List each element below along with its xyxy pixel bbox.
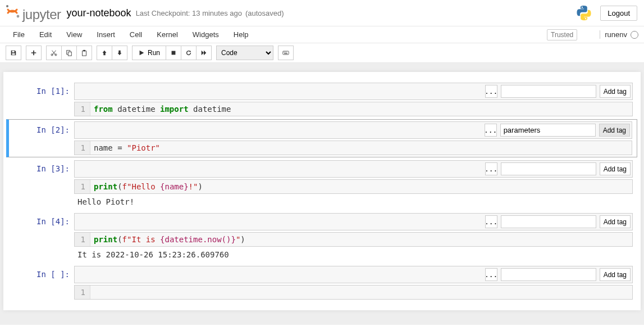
- cell-output: Hello Piotr!: [74, 194, 633, 209]
- code-input[interactable]: 1: [74, 285, 633, 300]
- paste-button[interactable]: [77, 46, 92, 60]
- run-button[interactable]: Run: [132, 46, 166, 60]
- tag-bar: ...Add tag: [74, 121, 632, 139]
- input-prompt: In [1]:: [7, 83, 74, 116]
- line-number: 1: [75, 286, 90, 299]
- svg-rect-12: [286, 52, 287, 53]
- python-icon: [576, 4, 592, 21]
- tag-input[interactable]: [501, 268, 596, 281]
- menu-edit[interactable]: Edit: [32, 27, 59, 42]
- input-prompt: In [ ]:: [7, 266, 74, 300]
- menu-cell[interactable]: Cell: [122, 27, 149, 42]
- tag-input[interactable]: [501, 162, 596, 175]
- cell[interactable]: In [4]:...Add tag1print(f"It is {datetim…: [7, 211, 637, 263]
- copy-button[interactable]: [62, 46, 77, 60]
- kernel-indicator[interactable]: runenv: [600, 30, 638, 39]
- menu-view[interactable]: View: [59, 27, 89, 42]
- tag-input[interactable]: [501, 215, 596, 228]
- add-tag-button[interactable]: Add tag: [599, 124, 630, 137]
- menubar: FileEditViewInsertCellKernelWidgetsHelp …: [0, 26, 644, 43]
- cell-toolbar-more-button[interactable]: ...: [485, 268, 497, 281]
- move-down-button[interactable]: [112, 46, 127, 60]
- tag-bar: ...Add tag: [74, 266, 633, 283]
- svg-rect-6: [83, 51, 86, 56]
- add-tag-button[interactable]: Add tag: [600, 162, 631, 175]
- svg-rect-7: [83, 50, 85, 52]
- menu-insert[interactable]: Insert: [89, 27, 122, 42]
- cell-type-select[interactable]: Code: [216, 46, 273, 60]
- notebook-area: In [1]:...Add tag1from datetime import d…: [0, 63, 644, 325]
- cell-toolbar-more-button[interactable]: ...: [485, 215, 497, 228]
- cell-toolbar-more-button[interactable]: ...: [485, 162, 497, 175]
- tag-input[interactable]: [500, 124, 596, 137]
- command-palette-button[interactable]: [278, 46, 294, 60]
- cell-body: ...Add tag1print(f"Hello {name}!")Hello …: [74, 160, 635, 209]
- code-input[interactable]: 1print(f"Hello {name}!"): [74, 179, 633, 194]
- jupyter-logo[interactable]: jupyter: [4, 3, 61, 22]
- logo-text: jupyter: [22, 7, 61, 22]
- line-number: 1: [75, 233, 90, 246]
- tag-bar: ...Add tag: [74, 213, 633, 230]
- add-tag-button[interactable]: Add tag: [600, 215, 631, 228]
- restart-run-all-button[interactable]: [197, 46, 212, 60]
- logout-button[interactable]: Logout: [600, 6, 637, 21]
- notebook-name[interactable]: your-notebook: [67, 7, 131, 19]
- cell-output: It is 2022-10-26 15:23:26.609760: [74, 247, 633, 261]
- toolbar: Run Code: [0, 43, 644, 63]
- cell-body: ...Add tag1print(f"It is {datetime.now()…: [74, 213, 635, 261]
- svg-rect-13: [284, 53, 287, 54]
- input-prompt: In [4]:: [7, 213, 74, 261]
- code-line: [90, 286, 632, 299]
- input-prompt: In [2]:: [9, 121, 74, 155]
- menu-widgets[interactable]: Widgets: [185, 27, 226, 42]
- menu-help[interactable]: Help: [226, 27, 256, 42]
- header: jupyter your-notebook Last Checkpoint: 1…: [0, 0, 644, 26]
- menu-kernel[interactable]: Kernel: [149, 27, 185, 42]
- line-number: 1: [75, 102, 90, 116]
- cell-toolbar-more-button[interactable]: ...: [485, 85, 497, 98]
- code-input[interactable]: 1print(f"It is {datetime.now()}"): [74, 232, 633, 247]
- cell-body: ...Add tag1from datetime import datetime: [74, 83, 635, 116]
- cell[interactable]: In [2]:...Add tag1name = "Piotr": [6, 119, 637, 157]
- cell-body: ...Add tag1: [74, 266, 635, 300]
- save-button[interactable]: [6, 46, 21, 60]
- line-number: 1: [75, 180, 90, 193]
- svg-point-1: [17, 15, 20, 18]
- checkpoint-text: Last Checkpoint: 13 minutes ago: [136, 9, 242, 17]
- svg-rect-8: [172, 51, 176, 55]
- cell-toolbar-more-button[interactable]: ...: [485, 124, 497, 137]
- svg-point-0: [6, 5, 8, 7]
- cell[interactable]: In [ ]:...Add tag1: [7, 264, 637, 301]
- cell[interactable]: In [1]:...Add tag1from datetime import d…: [7, 81, 637, 118]
- move-up-button[interactable]: [97, 46, 112, 60]
- jupyter-icon: [4, 3, 20, 19]
- line-number: 1: [75, 141, 90, 155]
- tag-bar: ...Add tag: [74, 83, 633, 100]
- code-line: from datetime import datetime: [90, 102, 632, 116]
- autosave-text: (autosaved): [245, 9, 284, 17]
- cut-button[interactable]: [46, 46, 62, 60]
- code-input[interactable]: 1from datetime import datetime: [74, 102, 633, 116]
- add-tag-button[interactable]: Add tag: [600, 268, 631, 281]
- add-cell-button[interactable]: [26, 46, 42, 60]
- code-input[interactable]: 1name = "Piotr": [74, 141, 632, 155]
- cell-body: ...Add tag1name = "Piotr": [74, 121, 634, 155]
- code-line: name = "Piotr": [90, 141, 632, 155]
- restart-button[interactable]: [181, 46, 197, 60]
- svg-rect-11: [285, 52, 286, 53]
- code-line: print(f"It is {datetime.now()}"): [90, 233, 632, 246]
- kernel-status-icon: [631, 31, 638, 39]
- input-prompt: In [3]:: [7, 160, 74, 209]
- cell[interactable]: In [3]:...Add tag1print(f"Hello {name}!"…: [7, 159, 637, 210]
- add-tag-button[interactable]: Add tag: [600, 85, 631, 98]
- tag-input[interactable]: [501, 85, 596, 98]
- tag-bar: ...Add tag: [74, 160, 633, 178]
- menu-file[interactable]: File: [6, 27, 32, 42]
- trusted-indicator[interactable]: Trusted: [547, 29, 577, 40]
- interrupt-button[interactable]: [166, 46, 181, 60]
- code-line: print(f"Hello {name}!"): [90, 180, 632, 193]
- kernel-name: runenv: [605, 30, 627, 39]
- run-label: Run: [148, 49, 160, 57]
- svg-rect-9: [283, 51, 289, 55]
- svg-rect-5: [68, 52, 71, 56]
